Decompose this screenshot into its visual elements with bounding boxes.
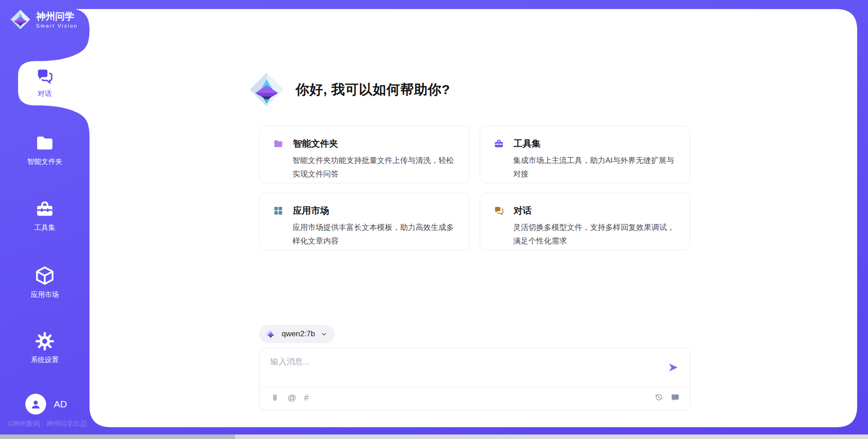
card-header: 对话 (494, 205, 678, 217)
toolbox-icon (35, 199, 55, 219)
send-icon (667, 362, 679, 373)
gear-icon (35, 331, 55, 351)
card-description: 集成市场上主流工具，助力AI与外界无缝扩展与对接 (513, 154, 678, 181)
feedback-button[interactable] (670, 393, 680, 402)
diamond-logo-icon (249, 72, 285, 108)
folder-icon (35, 133, 55, 153)
user-avatar-icon (29, 397, 42, 411)
send-button[interactable] (667, 362, 679, 373)
chevron-down-icon (321, 331, 327, 338)
composer-tools-right (654, 393, 680, 402)
card-title: 智能文件夹 (293, 138, 338, 150)
chat-icon (494, 205, 504, 216)
app-subtitle: Smart Vision (36, 23, 78, 29)
card-smart-folder[interactable]: 智能文件夹 智能文件夹功能支持批量文件上传与清洗，轻松实现文件问答 (259, 126, 470, 183)
sidebar-item-label: 系统设置 (31, 355, 59, 365)
sidebar-item-toolset[interactable]: 工具集 (17, 199, 72, 233)
card-header: 智能文件夹 (273, 138, 458, 150)
greeting-title: 你好, 我可以如何帮助你? (296, 81, 450, 99)
footer-copyright: ©神州数码 · 神州问学出品 (5, 420, 90, 428)
sidebar-item-label: 工具集 (34, 223, 56, 233)
history-button[interactable] (654, 393, 664, 402)
card-title: 应用市场 (293, 205, 329, 217)
user-name: AD (54, 399, 67, 410)
app-title: 神州问学 (36, 11, 78, 22)
card-description: 智能文件夹功能支持批量文件上传与清洗，轻松实现文件问答 (292, 154, 458, 181)
hash-button[interactable]: # (304, 393, 309, 403)
user-profile[interactable]: AD (25, 394, 67, 415)
sidebar-item-label: 智能文件夹 (27, 157, 62, 167)
sidebar-item-smart-folder[interactable]: 智能文件夹 (17, 133, 72, 167)
message-composer: @ # (259, 348, 690, 410)
card-app-market[interactable]: 应用市场 应用市场提供丰富长文本模板，助力高效生成多样化文章内容 (259, 193, 470, 250)
folder-icon (273, 138, 283, 149)
message-icon (670, 393, 680, 402)
history-icon (654, 393, 664, 402)
card-header: 应用市场 (273, 205, 458, 217)
main-panel: 你好, 我可以如何帮助你? 智能文件夹 智能文件夹功能支持批量文件上传与清洗，轻… (90, 9, 857, 427)
greeting-block: 你好, 我可以如何帮助你? (249, 72, 450, 108)
cube-icon (34, 265, 55, 286)
mention-button[interactable]: @ (288, 393, 296, 403)
horizontal-scrollbar[interactable] (0, 434, 868, 439)
composer-tools-left: @ # (270, 393, 309, 403)
paperclip-icon (270, 393, 280, 403)
model-selector[interactable]: qwen2:7b (259, 325, 335, 343)
sidebar-item-chat[interactable]: 对话 (17, 67, 72, 99)
sidebar-item-label: 对话 (38, 89, 52, 99)
message-input[interactable] (270, 356, 655, 382)
scrollbar-thumb[interactable] (0, 434, 235, 439)
diamond-logo-icon (265, 329, 276, 339)
model-name: qwen2:7b (282, 329, 315, 339)
card-title: 工具集 (514, 138, 541, 150)
card-description: 应用市场提供丰富长文本模板，助力高效生成多样化文章内容 (292, 221, 458, 248)
app-logo-text: 神州问学 Smart Vision (36, 11, 78, 29)
attach-button[interactable] (270, 393, 280, 403)
feature-cards: 智能文件夹 智能文件夹功能支持批量文件上传与清洗，轻松实现文件问答 工具集 集成… (259, 126, 690, 250)
card-title: 对话 (514, 205, 532, 217)
app-window: 神州问学 Smart Vision 对话 智能文件夹 工具集 应 (0, 0, 868, 439)
card-chat[interactable]: 对话 灵活切换多模型文件，支持多样回复效果调试，满足个性化需求 (480, 193, 690, 250)
diamond-logo-icon (10, 9, 31, 30)
chat-icon (36, 67, 54, 85)
app-logo: 神州问学 Smart Vision (10, 9, 78, 30)
sidebar-item-app-market[interactable]: 应用市场 (17, 265, 72, 300)
sidebar-item-settings[interactable]: 系统设置 (17, 331, 72, 365)
card-toolset[interactable]: 工具集 集成市场上主流工具，助力AI与外界无缝扩展与对接 (480, 126, 690, 183)
sidebar-item-label: 应用市场 (31, 290, 59, 300)
grid-icon (273, 205, 283, 216)
card-description: 灵活切换多模型文件，支持多样回复效果调试，满足个性化需求 (513, 221, 678, 248)
toolbox-icon (494, 138, 504, 149)
composer-divider (259, 387, 690, 387)
avatar (25, 394, 46, 415)
card-header: 工具集 (494, 138, 678, 150)
